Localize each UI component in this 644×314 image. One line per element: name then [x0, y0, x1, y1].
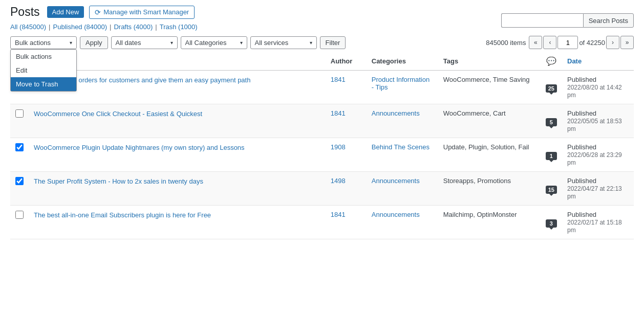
category-link[interactable]: Announcements — [372, 109, 420, 117]
chevron-down-icon-categories: ▾ — [240, 40, 243, 46]
row-checkbox-cell — [10, 172, 29, 206]
all-categories-label: All Categories — [185, 39, 227, 47]
comment-badge[interactable]: 15 — [546, 186, 557, 194]
col-header-author: Author — [326, 52, 367, 71]
row-categories-cell: Behind The Scenes — [367, 138, 438, 172]
chevron-down-icon: ▾ — [70, 40, 72, 46]
tablenav-top: Bulk actions ▾ Bulk actions Edit Move to… — [10, 36, 634, 49]
bulk-actions-option-edit[interactable]: Edit — [11, 63, 76, 77]
prev-page-button[interactable]: ‹ — [543, 36, 556, 49]
row-date-cell: Published 2022/08/20 at 14:42 pm — [562, 71, 634, 104]
posts-admin-page: Posts Add New ⟳ Manage with Smart Manage… — [0, 0, 644, 314]
of-pages-text: of 42250 — [579, 39, 605, 47]
row-author-cell: 1498 — [326, 172, 367, 206]
bulk-actions-menu: Bulk actions Edit Move to Trash — [10, 49, 77, 92]
author-link[interactable]: 1841 — [331, 109, 346, 117]
all-dates-dropdown[interactable]: All dates ▾ — [111, 36, 178, 49]
comment-badge[interactable]: 3 — [546, 219, 557, 228]
comment-badge[interactable]: 1 — [546, 152, 557, 160]
all-categories-dropdown[interactable]: All Categories ▾ — [181, 36, 247, 49]
category-link[interactable]: Announcements — [372, 177, 420, 185]
tab-all[interactable]: All (845000) — [10, 23, 46, 31]
bulk-actions-label: Bulk actions — [15, 39, 51, 47]
tab-published[interactable]: Published (84000) — [53, 23, 108, 31]
smart-manager-label: Manage with Smart Manager — [103, 8, 189, 16]
comment-badge[interactable]: 5 — [546, 118, 557, 126]
apply-button[interactable]: Apply — [80, 36, 108, 49]
row-comments-cell: 5 — [541, 104, 562, 138]
author-link[interactable]: 1498 — [331, 177, 346, 185]
row-checkbox[interactable] — [15, 177, 24, 185]
author-link[interactable]: 1908 — [331, 143, 346, 151]
row-categories-cell: Product Information - Tips — [367, 71, 438, 104]
category-link[interactable]: Announcements — [372, 211, 420, 218]
table-row: The Super Profit System - How to 2x sale… — [10, 172, 634, 206]
col-header-date[interactable]: Date — [562, 52, 634, 71]
table-row: The best all-in-one Email Subscribers pl… — [10, 206, 634, 239]
date-text: 2022/04/27 at 22:13 pm — [567, 185, 622, 200]
row-comments-cell: 25 — [541, 71, 562, 104]
smart-manager-button[interactable]: ⟳ Manage with Smart Manager — [89, 6, 195, 19]
date-text: 2022/06/28 at 23:29 pm — [567, 151, 622, 166]
col-header-categories: Categories — [367, 52, 438, 71]
row-author-cell: 1841 — [326, 206, 367, 239]
add-new-button[interactable]: Add New — [47, 6, 84, 18]
category-link[interactable]: Behind The Scenes — [372, 143, 430, 151]
author-link[interactable]: 1841 — [331, 211, 346, 218]
table-header-row: Title Author Categories Tags 💬 Date — [10, 52, 634, 71]
sep-2: | — [110, 23, 111, 31]
row-checkbox-cell — [10, 206, 29, 239]
tablenav-top-inner: Bulk actions ▾ Bulk actions Edit Move to… — [10, 36, 634, 49]
first-page-button[interactable]: « — [529, 36, 542, 49]
search-posts-button[interactable]: Search Posts — [583, 13, 634, 28]
post-title-link[interactable]: The best all-in-one Email Subscribers pl… — [34, 211, 211, 219]
status-text: Published — [567, 211, 596, 218]
row-title-cell: The Super Profit System - How to 2x sale… — [29, 172, 326, 206]
date-text: 2022/05/05 at 18:53 pm — [567, 118, 622, 132]
row-tags-cell: WooCommerce, Time Saving — [438, 71, 541, 104]
post-title-link[interactable]: The Super Profit System - How to 2x sale… — [34, 177, 203, 185]
post-title-link[interactable]: WooCommerce Plugin Update Nightmares (my… — [34, 144, 245, 151]
post-title-link[interactable]: WooCommerce One Click Checkout - Easiest… — [34, 110, 202, 118]
table-row: WooCommerce Plugin Update Nightmares (my… — [10, 138, 634, 172]
row-tags-cell: Mailchimp, OptinMonster — [438, 206, 541, 239]
search-posts-wrap: Search Posts — [501, 13, 634, 28]
bulk-actions-dropdown[interactable]: Bulk actions ▾ — [10, 36, 77, 49]
comment-bubble-icon: 💬 — [546, 57, 556, 65]
sep-1: | — [49, 23, 50, 31]
author-link[interactable]: 1841 — [331, 76, 346, 83]
row-checkbox[interactable] — [15, 211, 24, 219]
row-categories-cell: Announcements — [367, 172, 438, 206]
tab-drafts[interactable]: Drafts (4000) — [114, 23, 153, 31]
row-checkbox[interactable] — [15, 109, 24, 118]
search-input[interactable] — [501, 13, 583, 28]
row-comments-cell: 1 — [541, 138, 562, 172]
bulk-actions-wrap: Bulk actions ▾ Bulk actions Edit Move to… — [10, 36, 77, 49]
filter-button[interactable]: Filter — [320, 36, 346, 49]
all-services-label: All services — [255, 39, 289, 47]
bulk-actions-option-move-to-trash[interactable]: Move to Trash — [11, 77, 76, 91]
next-page-button[interactable]: › — [606, 36, 619, 49]
col-header-comments: 💬 — [541, 52, 562, 71]
status-text: Published — [567, 109, 596, 117]
tablenav-right: 845000 items « ‹ of 42250 › » — [486, 36, 634, 49]
tab-trash[interactable]: Trash (1000) — [160, 23, 198, 31]
date-text: 2022/02/17 at 15:18 pm — [567, 219, 622, 234]
row-tags-cell: Update, Plugin, Solution, Fail — [438, 138, 541, 172]
tags-text: Storeapps, Promotions — [443, 177, 511, 185]
row-title-cell: WooCommerce Plugin Update Nightmares (my… — [29, 138, 326, 172]
row-date-cell: Published 2022/02/17 at 15:18 pm — [562, 206, 634, 239]
comment-badge[interactable]: 25 — [546, 84, 557, 93]
last-page-button[interactable]: » — [620, 36, 634, 49]
table-row: Quick Tip: Add orders for customers and … — [10, 71, 634, 104]
category-link[interactable]: Product Information - Tips — [372, 76, 430, 91]
row-checkbox[interactable] — [15, 143, 24, 151]
all-services-dropdown[interactable]: All services ▾ — [250, 36, 317, 49]
date-text: 2022/08/20 at 14:42 pm — [567, 84, 622, 99]
row-date-cell: Published 2022/04/27 at 22:13 pm — [562, 172, 634, 206]
smart-manager-icon: ⟳ — [95, 8, 101, 16]
bulk-actions-option-bulk-actions[interactable]: Bulk actions — [11, 50, 76, 63]
page-number-input[interactable] — [557, 36, 578, 49]
col-header-tags: Tags — [438, 52, 541, 71]
items-count: 845000 items — [486, 39, 526, 47]
